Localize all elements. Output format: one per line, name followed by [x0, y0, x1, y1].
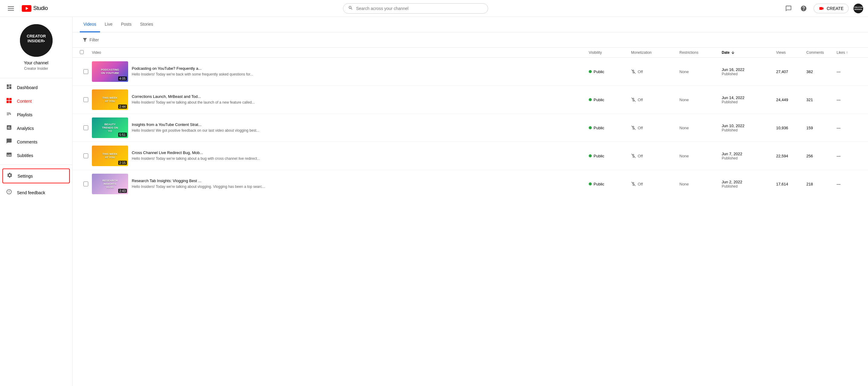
tab-videos[interactable]: Videos: [80, 17, 100, 32]
row5-likes: —: [837, 182, 861, 186]
row4-checkbox[interactable]: [84, 154, 88, 158]
row3-title[interactable]: Insights from a YouTube Content Strat...: [132, 122, 589, 127]
row5-checkbox-cell: [80, 182, 92, 186]
header-comments: Comments: [806, 51, 837, 55]
channel-name: Your channel: [24, 60, 49, 65]
row2-visibility: Public: [589, 98, 631, 102]
table-row: RESEARCH INSIGHTS VLOG 2:43 Research Tab…: [72, 170, 868, 198]
row1-views: 27,407: [776, 69, 806, 74]
create-button[interactable]: CREATE: [814, 4, 849, 13]
row5-checkbox[interactable]: [84, 182, 88, 186]
comments-icon-button[interactable]: [783, 3, 794, 13]
row3-thumbnail[interactable]: BEAUTY TRENDS ON YO 5:51: [92, 118, 128, 138]
sidebar-divider-1: [0, 78, 72, 78]
videos-table: Video Visibility Monetization Restrictio…: [72, 48, 868, 198]
subtitles-icon: [6, 152, 12, 159]
row2-checkbox[interactable]: [84, 97, 88, 102]
channel-avatar[interactable]: CREATOR INSIDER•: [20, 24, 53, 57]
row1-checkbox[interactable]: [84, 69, 88, 74]
row4-thumbnail[interactable]: THIS WEEK AT YOU 2:15: [92, 146, 128, 166]
search-icon: [348, 5, 353, 11]
row2-views: 24,449: [776, 98, 806, 102]
create-icon: [819, 6, 824, 11]
header-video: Video: [92, 51, 589, 55]
row2-date: Jun 14, 2022 Published: [722, 95, 776, 104]
row5-date: Jun 2, 2022 Published: [722, 180, 776, 189]
dashboard-label: Dashboard: [17, 85, 38, 90]
svg-text:CREATOR: CREATOR: [854, 6, 863, 8]
avatar-image: CREATOR INSIDER•: [854, 4, 863, 13]
monetize-off-icon: [631, 97, 636, 102]
header-date[interactable]: Date: [722, 51, 776, 55]
row4-title[interactable]: Cross Channel Live Redirect Bug, Mob...: [132, 151, 589, 155]
row5-comments: 218: [806, 182, 837, 186]
row5-views: 17,614: [776, 182, 806, 186]
sidebar-item-dashboard[interactable]: Dashboard: [0, 81, 72, 94]
content-icon: [6, 97, 12, 105]
sidebar-item-settings[interactable]: Settings: [2, 168, 70, 183]
row3-date: Jun 10, 2022 Published: [722, 124, 776, 132]
row2-video-info: Corrections Launch, MrBeast and Tod... H…: [132, 94, 589, 105]
row1-likes: —: [837, 69, 861, 74]
row1-title[interactable]: Podcasting on YouTube? Frequently a...: [132, 66, 589, 71]
row5-title[interactable]: Research Tab Insights: Vlogging Best ...: [132, 179, 589, 183]
help-icon: [800, 5, 807, 12]
row3-video-info: Insights from a YouTube Content Strat...…: [132, 122, 589, 133]
sort-icon: [731, 51, 735, 55]
row5-thumbnail[interactable]: RESEARCH INSIGHTS VLOG 2:43: [92, 174, 128, 194]
row1-restrictions: None: [679, 69, 722, 74]
sidebar-item-playlists[interactable]: Playlists: [0, 108, 72, 121]
sidebar-item-analytics[interactable]: Analytics: [0, 121, 72, 135]
sidebar-item-subtitles[interactable]: Subtitles: [0, 149, 72, 162]
row4-date: Jun 7, 2022 Published: [722, 152, 776, 160]
main-content: Videos Live Posts Stories Filter Video V…: [72, 17, 868, 386]
sidebar-item-feedback[interactable]: Send feedback: [0, 186, 72, 199]
analytics-icon: [6, 124, 12, 132]
table-row: THIS WEEK AT YOU 2:44 Corrections Launch…: [72, 86, 868, 114]
filter-button[interactable]: Filter: [80, 36, 101, 44]
sidebar-item-comments[interactable]: Comments: [0, 135, 72, 149]
analytics-label: Analytics: [17, 126, 34, 131]
row5-visibility: Public: [589, 182, 631, 186]
tab-live[interactable]: Live: [101, 17, 116, 32]
svg-rect-10: [7, 101, 9, 103]
row2-title[interactable]: Corrections Launch, MrBeast and Tod...: [132, 94, 589, 99]
search-input[interactable]: [356, 6, 483, 11]
row4-visibility: Public: [589, 154, 631, 158]
row1-description: Hello Insiders! Today we're back with so…: [132, 72, 589, 77]
row5-restrictions: None: [679, 182, 722, 186]
monetize-off-icon: [631, 154, 636, 158]
sidebar-item-content[interactable]: Content: [0, 94, 72, 108]
row3-checkbox[interactable]: [84, 125, 88, 130]
search-bar: [343, 3, 488, 13]
youtube-studio-logo[interactable]: Studio: [22, 5, 48, 12]
table-header: Video Visibility Monetization Restrictio…: [72, 48, 868, 58]
help-icon-button[interactable]: [799, 3, 809, 13]
user-avatar[interactable]: CREATOR INSIDER•: [854, 4, 863, 13]
row1-video-cell: PODCASTING ON YOUTUBE 4:05 Podcasting on…: [92, 61, 589, 82]
select-all-checkbox[interactable]: [80, 50, 84, 54]
hamburger-icon: [7, 5, 15, 12]
row1-checkbox-cell: [80, 69, 92, 74]
row2-thumbnail[interactable]: THIS WEEK AT YOU 2:44: [92, 89, 128, 110]
header-likes: Likes ↑: [837, 51, 861, 55]
row2-comments: 321: [806, 98, 837, 102]
row2-checkbox-cell: [80, 97, 92, 102]
row5-video-info: Research Tab Insights: Vlogging Best ...…: [132, 179, 589, 189]
feedback-label: Send feedback: [17, 190, 45, 195]
filter-row: Filter: [72, 32, 868, 48]
comments-icon: [6, 138, 12, 146]
studio-wordmark: Studio: [33, 5, 48, 11]
tab-stories[interactable]: Stories: [136, 17, 157, 32]
table-row: BEAUTY TRENDS ON YO 5:51 Insights from a…: [72, 114, 868, 142]
row2-monetization: Off: [631, 97, 679, 102]
row1-thumbnail[interactable]: PODCASTING ON YOUTUBE 4:05: [92, 61, 128, 82]
row1-date: Jun 16, 2022 Published: [722, 67, 776, 76]
row5-description: Hello Insiders! Today we're talking abou…: [132, 184, 589, 189]
tab-posts[interactable]: Posts: [117, 17, 135, 32]
row4-comments: 256: [806, 154, 837, 158]
hamburger-menu-button[interactable]: [5, 3, 17, 13]
row2-description: Hello Insiders! Today we're talking abou…: [132, 100, 589, 105]
visibility-dot: [589, 183, 592, 186]
row1-comments: 382: [806, 69, 837, 74]
